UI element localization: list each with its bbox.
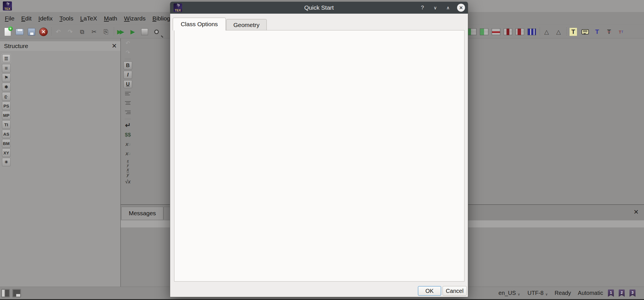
align-left-button[interactable] bbox=[124, 90, 132, 98]
triangle-back-button[interactable]: △ bbox=[542, 27, 551, 37]
strikeout-button[interactable]: T bbox=[604, 27, 614, 37]
status-ready-label: Ready bbox=[555, 290, 571, 296]
align-center-button[interactable] bbox=[124, 99, 132, 107]
sidebar-tab-pstricks[interactable]: PS bbox=[2, 102, 11, 110]
text-color-button[interactable]: T bbox=[592, 27, 602, 37]
menu-math[interactable]: Math bbox=[101, 13, 120, 24]
newline-button[interactable]: ↵ bbox=[124, 121, 132, 129]
align-right-button[interactable] bbox=[124, 108, 132, 116]
bookmark-1-button[interactable]: 1 bbox=[608, 289, 614, 297]
sidebar-tab-structure[interactable]: ≣ bbox=[2, 54, 11, 63]
toolbar-separator bbox=[51, 28, 52, 36]
redo-button-small[interactable]: ↷ bbox=[124, 48, 132, 56]
superscript-mark: T bbox=[621, 30, 623, 34]
structure-panel-body bbox=[0, 51, 120, 287]
table-delete-icon bbox=[516, 28, 524, 35]
tab-geometry[interactable]: Geometry bbox=[226, 19, 267, 30]
undo-button[interactable]: ↶ bbox=[53, 27, 63, 37]
compile-button[interactable]: ▶ bbox=[128, 27, 137, 37]
subscript-button[interactable]: x□ bbox=[124, 140, 132, 148]
redo-button[interactable]: ↷ bbox=[65, 27, 75, 37]
toolbar-separator bbox=[539, 28, 540, 36]
sidebar-tab-tikz[interactable]: TI bbox=[2, 120, 11, 129]
comment-button[interactable] bbox=[580, 27, 590, 37]
encoding-selector[interactable]: UTF-8 bbox=[528, 290, 544, 296]
bold-button[interactable]: B bbox=[124, 61, 132, 69]
panel-separator bbox=[120, 38, 121, 287]
menu-wizards[interactable]: Wizards bbox=[122, 13, 148, 24]
table-delete-button[interactable] bbox=[515, 27, 525, 37]
display-fraction-button[interactable]: xy bbox=[124, 168, 132, 176]
table-add-row-button[interactable] bbox=[467, 27, 477, 37]
table-insert-button[interactable] bbox=[479, 27, 489, 37]
stop-button[interactable] bbox=[140, 27, 149, 37]
sidebar-tab-misc-symbols[interactable]: ✳ bbox=[2, 158, 11, 166]
undo-button-small[interactable]: ↶ bbox=[124, 39, 132, 47]
menu-file[interactable]: File bbox=[2, 13, 17, 24]
messages-close-icon[interactable]: ✕ bbox=[633, 208, 639, 216]
sidebar-tab-beamer[interactable]: BM bbox=[2, 139, 11, 148]
sidebar-tab-xypic[interactable]: XY bbox=[2, 148, 11, 157]
underline-button[interactable]: U bbox=[124, 80, 132, 88]
triangle-forward-button[interactable]: △ bbox=[554, 27, 563, 37]
cancel-button[interactable]: Cancel bbox=[443, 286, 467, 296]
close-document-button[interactable]: ✕ bbox=[39, 27, 48, 37]
view-search-button[interactable] bbox=[152, 27, 161, 37]
dialog-titlebar[interactable]: TEX Quick Start ? ∨ ∧ ✕ bbox=[170, 2, 468, 14]
shade-button[interactable]: ∨ bbox=[430, 2, 440, 14]
bookmark-3-button[interactable]: 3 bbox=[630, 289, 635, 297]
structure-panel-header: Structure ✕ bbox=[0, 41, 120, 51]
quick-build-button[interactable]: ▶▶ bbox=[116, 27, 126, 37]
superscript-text-button[interactable]: TT bbox=[616, 27, 626, 37]
asymptote-label: AS bbox=[3, 132, 9, 136]
inline-math-button[interactable]: $$ bbox=[124, 131, 132, 139]
language-selector[interactable]: en_US bbox=[499, 290, 516, 296]
italic-button[interactable]: I bbox=[124, 71, 132, 79]
table-delete-row-button[interactable] bbox=[491, 27, 501, 37]
superscript-button[interactable]: x□ bbox=[124, 150, 132, 158]
sidebar-tab-bookmarks[interactable]: ⚑ bbox=[2, 73, 11, 82]
help-button[interactable]: ? bbox=[417, 2, 428, 14]
table-add-column-button[interactable] bbox=[503, 27, 513, 37]
structure-close-icon[interactable]: ✕ bbox=[112, 42, 117, 50]
highlight-text-button[interactable]: T bbox=[568, 27, 578, 37]
tikz-label: TI bbox=[4, 122, 8, 127]
sidebar-tab-asymptote[interactable]: AS bbox=[2, 130, 11, 138]
layout-toggle-messages-button[interactable] bbox=[12, 289, 21, 297]
tab-class-options[interactable]: Class Options bbox=[173, 18, 226, 30]
sqrt-button[interactable]: √x bbox=[124, 178, 132, 186]
unshade-button[interactable]: ∧ bbox=[443, 2, 453, 14]
chevron-down-icon: ∨ bbox=[545, 292, 548, 296]
small-fraction-button[interactable]: xy bbox=[124, 159, 132, 167]
tab-messages[interactable]: Messages bbox=[121, 207, 163, 220]
menu-idefix[interactable]: Idefix bbox=[36, 13, 55, 24]
format-toolbar: ↶ ↷ B I U ↵ $$ x□ x□ xy xy √x bbox=[121, 39, 134, 187]
sidebar-tab-brackets[interactable]: ([· bbox=[2, 92, 11, 101]
cut-button[interactable]: ✂ bbox=[89, 27, 99, 37]
menu-latex[interactable]: LaTeX bbox=[78, 13, 100, 24]
new-document-button[interactable]: + bbox=[3, 27, 12, 37]
table-merge-cells-button[interactable] bbox=[527, 27, 537, 37]
quick-start-dialog: TEX Quick Start ? ∨ ∧ ✕ Class Options Ge… bbox=[170, 2, 468, 297]
menu-edit[interactable]: Edit bbox=[19, 13, 34, 24]
sidebar-tab-symbols[interactable]: ✱ bbox=[2, 83, 11, 91]
save-button[interactable] bbox=[27, 27, 36, 37]
menu-tools[interactable]: Tools bbox=[57, 13, 76, 24]
close-icon: ✕ bbox=[39, 28, 48, 36]
open-icon bbox=[16, 29, 24, 35]
align-left-icon bbox=[125, 92, 131, 95]
dialog-close-button[interactable]: ✕ bbox=[457, 4, 465, 12]
beamer-label: BM bbox=[3, 141, 9, 146]
open-document-button[interactable] bbox=[15, 27, 24, 37]
bookmark-2-button[interactable]: 2 bbox=[619, 289, 625, 297]
copy-button[interactable]: ⧉ bbox=[77, 27, 87, 37]
sidebar-tab-lines[interactable]: ≡ bbox=[2, 64, 11, 73]
ok-button[interactable]: OK bbox=[418, 286, 441, 296]
xypic-label: XY bbox=[3, 150, 9, 155]
layout-toggle-structure-button[interactable] bbox=[1, 289, 10, 297]
fraction-icon: xy bbox=[127, 159, 129, 167]
table-delete-row-icon bbox=[492, 28, 500, 35]
sidebar-tab-metapost[interactable]: MP bbox=[2, 111, 11, 119]
paste-button[interactable]: ⎘ bbox=[101, 27, 111, 37]
chevron-down-icon: ∨ bbox=[518, 292, 520, 296]
